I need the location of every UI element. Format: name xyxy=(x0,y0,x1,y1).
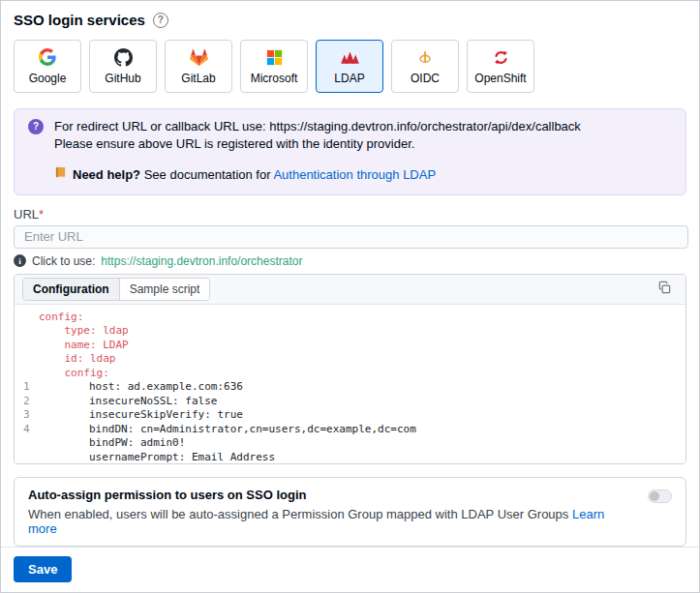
url-input[interactable] xyxy=(14,225,688,249)
provider-card-google[interactable]: Google xyxy=(14,40,81,93)
ldap-docs-link[interactable]: Authentication through LDAP xyxy=(273,167,436,182)
gitlab-icon xyxy=(190,48,208,67)
code-readonly-line: config: xyxy=(15,367,685,381)
provider-label: Microsoft xyxy=(251,72,298,85)
code-line: 1host: ad.example.com:636 xyxy=(15,380,685,395)
info-icon: i xyxy=(14,254,26,267)
provider-label: OpenShift xyxy=(474,72,526,85)
help-icon[interactable]: ? xyxy=(153,13,168,28)
provider-label: GitLab xyxy=(181,72,215,85)
banner-question-icon: ? xyxy=(28,119,44,134)
code-editor[interactable]: config: type: ldap name: LDAP id: ldap c… xyxy=(15,305,685,464)
code-readonly-line: type: ldap xyxy=(15,324,685,339)
auto-assign-box: Auto-assign permission to users on SSO l… xyxy=(14,477,686,547)
url-hint: i Click to use: https://staging.devtron.… xyxy=(14,254,686,268)
line-number: 2 xyxy=(15,395,41,409)
line-number xyxy=(15,436,41,451)
google-icon xyxy=(39,48,56,67)
microsoft-icon xyxy=(266,48,283,67)
code-line: usernamePrompt: Email Address xyxy=(15,451,685,464)
code-readonly-line: id: ldap xyxy=(15,352,685,367)
line-text: insecureNoSSL: false xyxy=(41,395,217,409)
toggle-knob xyxy=(650,491,659,501)
required-asterisk: * xyxy=(39,207,44,222)
save-button[interactable]: Save xyxy=(14,556,72,582)
page-header: SSO login services ? xyxy=(14,12,686,28)
book-icon xyxy=(54,166,67,184)
oidc-icon xyxy=(417,48,434,67)
ldap-icon xyxy=(340,48,360,67)
auto-assign-description: When enabled, users will be auto-assigne… xyxy=(28,507,636,536)
suggested-url-link[interactable]: https://staging.devtron.info/orchestrato… xyxy=(101,254,302,268)
banner-help-row: Need help? See documentation for Authent… xyxy=(54,166,581,184)
provider-label: GitHub xyxy=(105,72,140,85)
copy-button[interactable] xyxy=(654,280,674,299)
line-text: bindDN: cn=Administrator,cn=users,dc=exa… xyxy=(41,423,416,437)
banner-line1: For redirect URL or callback URL use: ht… xyxy=(54,118,581,135)
code-readonly-line: config: xyxy=(15,311,685,325)
line-number xyxy=(15,451,41,464)
provider-card-openshift[interactable]: OpenShift xyxy=(467,40,534,93)
code-line: 2insecureNoSSL: false xyxy=(15,395,685,409)
provider-label: OIDC xyxy=(411,72,440,85)
page-title: SSO login services xyxy=(14,12,145,28)
need-help-label: Need help? xyxy=(73,167,140,182)
page-footer: Save xyxy=(1,547,699,592)
line-text: host: ad.example.com:636 xyxy=(41,380,243,395)
code-line: bindPW: admin0! xyxy=(15,436,685,451)
line-text: bindPW: admin0! xyxy=(41,436,185,451)
provider-card-gitlab[interactable]: GitLab xyxy=(165,40,232,93)
editor-tab-group: ConfigurationSample script xyxy=(22,278,210,301)
provider-label: LDAP xyxy=(334,72,364,85)
line-text: usernamePrompt: Email Address xyxy=(41,451,275,464)
info-banner: ? For redirect URL or callback URL use: … xyxy=(14,108,686,195)
provider-list: Google GitHub GitLab Microsoft LDAP OIDC… xyxy=(14,40,686,93)
code-line: 3insecureSkipVerify: true xyxy=(15,408,685,423)
provider-label: Google xyxy=(29,72,67,85)
provider-card-microsoft[interactable]: Microsoft xyxy=(240,40,308,93)
line-number: 3 xyxy=(15,408,41,423)
tab-sample-script[interactable]: Sample script xyxy=(119,279,210,300)
url-label: URL* xyxy=(14,207,686,222)
copy-icon xyxy=(657,281,672,298)
provider-card-ldap[interactable]: LDAP xyxy=(316,40,383,93)
code-line: 4bindDN: cn=Administrator,cn=users,dc=ex… xyxy=(15,423,685,437)
editor-tabbar: ConfigurationSample script xyxy=(15,275,685,305)
line-number: 4 xyxy=(15,423,41,437)
provider-card-oidc[interactable]: OIDC xyxy=(391,40,459,93)
auto-assign-title: Auto-assign permission to users on SSO l… xyxy=(28,488,636,502)
auto-assign-toggle[interactable] xyxy=(648,489,672,503)
github-icon xyxy=(114,48,133,67)
config-editor-box: ConfigurationSample script config: type:… xyxy=(14,274,686,464)
sso-login-page: SSO login services ? Google GitHub GitLa… xyxy=(0,0,700,593)
line-text: insecureSkipVerify: true xyxy=(41,408,243,423)
banner-line2: Please ensure above URL is registered wi… xyxy=(54,135,581,153)
line-number: 1 xyxy=(15,380,41,395)
code-readonly-line: name: LDAP xyxy=(15,339,685,353)
tab-configuration[interactable]: Configuration xyxy=(23,279,119,300)
openshift-icon xyxy=(493,48,509,67)
provider-card-github[interactable]: GitHub xyxy=(89,40,157,93)
